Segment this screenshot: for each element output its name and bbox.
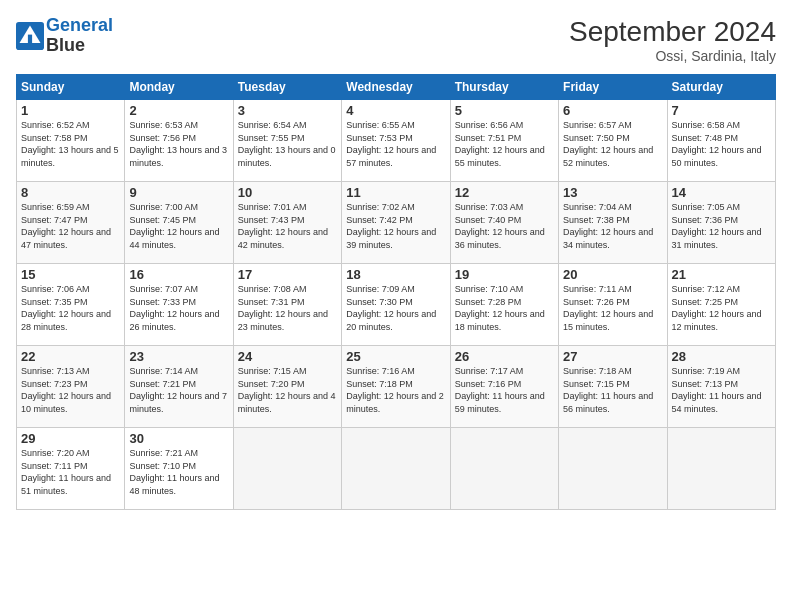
day-number: 27 [563, 349, 662, 364]
week-row-5: 29Sunrise: 7:20 AMSunset: 7:11 PMDayligh… [17, 428, 776, 510]
day-number: 26 [455, 349, 554, 364]
day-info: Sunrise: 7:21 AMSunset: 7:10 PMDaylight:… [129, 447, 228, 497]
day-number: 4 [346, 103, 445, 118]
logo-icon [16, 22, 44, 50]
day-cell-4: 4Sunrise: 6:55 AMSunset: 7:53 PMDaylight… [342, 100, 450, 182]
day-info: Sunrise: 6:59 AMSunset: 7:47 PMDaylight:… [21, 201, 120, 251]
day-info: Sunrise: 7:14 AMSunset: 7:21 PMDaylight:… [129, 365, 228, 415]
day-info: Sunrise: 6:56 AMSunset: 7:51 PMDaylight:… [455, 119, 554, 169]
day-info: Sunrise: 7:11 AMSunset: 7:26 PMDaylight:… [563, 283, 662, 333]
day-number: 7 [672, 103, 771, 118]
day-info: Sunrise: 7:18 AMSunset: 7:15 PMDaylight:… [563, 365, 662, 415]
day-info: Sunrise: 7:20 AMSunset: 7:11 PMDaylight:… [21, 447, 120, 497]
calendar-header-row: Sunday Monday Tuesday Wednesday Thursday… [17, 75, 776, 100]
location: Ossi, Sardinia, Italy [569, 48, 776, 64]
page: General Blue September 2024 Ossi, Sardin… [0, 0, 792, 612]
col-friday: Friday [559, 75, 667, 100]
empty-cell [450, 428, 558, 510]
day-info: Sunrise: 7:04 AMSunset: 7:38 PMDaylight:… [563, 201, 662, 251]
day-number: 12 [455, 185, 554, 200]
col-monday: Monday [125, 75, 233, 100]
day-number: 3 [238, 103, 337, 118]
day-cell-16: 16Sunrise: 7:07 AMSunset: 7:33 PMDayligh… [125, 264, 233, 346]
col-saturday: Saturday [667, 75, 775, 100]
day-info: Sunrise: 7:05 AMSunset: 7:36 PMDaylight:… [672, 201, 771, 251]
day-cell-28: 28Sunrise: 7:19 AMSunset: 7:13 PMDayligh… [667, 346, 775, 428]
empty-cell [233, 428, 341, 510]
day-cell-26: 26Sunrise: 7:17 AMSunset: 7:16 PMDayligh… [450, 346, 558, 428]
day-number: 17 [238, 267, 337, 282]
logo: General Blue [16, 16, 113, 56]
day-number: 24 [238, 349, 337, 364]
empty-cell [667, 428, 775, 510]
day-info: Sunrise: 6:57 AMSunset: 7:50 PMDaylight:… [563, 119, 662, 169]
day-number: 20 [563, 267, 662, 282]
day-info: Sunrise: 7:13 AMSunset: 7:23 PMDaylight:… [21, 365, 120, 415]
day-cell-7: 7Sunrise: 6:58 AMSunset: 7:48 PMDaylight… [667, 100, 775, 182]
day-number: 13 [563, 185, 662, 200]
logo-line1: General [46, 15, 113, 35]
day-number: 29 [21, 431, 120, 446]
day-info: Sunrise: 7:09 AMSunset: 7:30 PMDaylight:… [346, 283, 445, 333]
day-number: 25 [346, 349, 445, 364]
week-row-4: 22Sunrise: 7:13 AMSunset: 7:23 PMDayligh… [17, 346, 776, 428]
day-cell-6: 6Sunrise: 6:57 AMSunset: 7:50 PMDaylight… [559, 100, 667, 182]
day-info: Sunrise: 7:01 AMSunset: 7:43 PMDaylight:… [238, 201, 337, 251]
day-number: 11 [346, 185, 445, 200]
day-cell-11: 11Sunrise: 7:02 AMSunset: 7:42 PMDayligh… [342, 182, 450, 264]
week-row-3: 15Sunrise: 7:06 AMSunset: 7:35 PMDayligh… [17, 264, 776, 346]
day-cell-21: 21Sunrise: 7:12 AMSunset: 7:25 PMDayligh… [667, 264, 775, 346]
day-info: Sunrise: 7:19 AMSunset: 7:13 PMDaylight:… [672, 365, 771, 415]
day-cell-1: 1Sunrise: 6:52 AMSunset: 7:58 PMDaylight… [17, 100, 125, 182]
day-number: 18 [346, 267, 445, 282]
day-number: 8 [21, 185, 120, 200]
day-number: 2 [129, 103, 228, 118]
day-cell-30: 30Sunrise: 7:21 AMSunset: 7:10 PMDayligh… [125, 428, 233, 510]
day-cell-12: 12Sunrise: 7:03 AMSunset: 7:40 PMDayligh… [450, 182, 558, 264]
empty-cell [342, 428, 450, 510]
svg-rect-2 [28, 34, 32, 42]
day-cell-19: 19Sunrise: 7:10 AMSunset: 7:28 PMDayligh… [450, 264, 558, 346]
col-thursday: Thursday [450, 75, 558, 100]
day-cell-9: 9Sunrise: 7:00 AMSunset: 7:45 PMDaylight… [125, 182, 233, 264]
day-cell-24: 24Sunrise: 7:15 AMSunset: 7:20 PMDayligh… [233, 346, 341, 428]
day-info: Sunrise: 6:54 AMSunset: 7:55 PMDaylight:… [238, 119, 337, 169]
day-number: 22 [21, 349, 120, 364]
day-number: 6 [563, 103, 662, 118]
logo-text: General Blue [46, 16, 113, 56]
day-info: Sunrise: 7:08 AMSunset: 7:31 PMDaylight:… [238, 283, 337, 333]
day-cell-5: 5Sunrise: 6:56 AMSunset: 7:51 PMDaylight… [450, 100, 558, 182]
week-row-1: 1Sunrise: 6:52 AMSunset: 7:58 PMDaylight… [17, 100, 776, 182]
day-number: 19 [455, 267, 554, 282]
day-number: 9 [129, 185, 228, 200]
day-info: Sunrise: 6:52 AMSunset: 7:58 PMDaylight:… [21, 119, 120, 169]
day-cell-8: 8Sunrise: 6:59 AMSunset: 7:47 PMDaylight… [17, 182, 125, 264]
day-number: 16 [129, 267, 228, 282]
day-number: 15 [21, 267, 120, 282]
day-number: 14 [672, 185, 771, 200]
day-cell-13: 13Sunrise: 7:04 AMSunset: 7:38 PMDayligh… [559, 182, 667, 264]
day-info: Sunrise: 7:12 AMSunset: 7:25 PMDaylight:… [672, 283, 771, 333]
day-info: Sunrise: 7:17 AMSunset: 7:16 PMDaylight:… [455, 365, 554, 415]
day-cell-3: 3Sunrise: 6:54 AMSunset: 7:55 PMDaylight… [233, 100, 341, 182]
day-cell-25: 25Sunrise: 7:16 AMSunset: 7:18 PMDayligh… [342, 346, 450, 428]
day-cell-2: 2Sunrise: 6:53 AMSunset: 7:56 PMDaylight… [125, 100, 233, 182]
day-number: 28 [672, 349, 771, 364]
day-cell-14: 14Sunrise: 7:05 AMSunset: 7:36 PMDayligh… [667, 182, 775, 264]
logo-line2: Blue [46, 35, 85, 55]
title-block: September 2024 Ossi, Sardinia, Italy [569, 16, 776, 64]
day-cell-27: 27Sunrise: 7:18 AMSunset: 7:15 PMDayligh… [559, 346, 667, 428]
day-info: Sunrise: 6:58 AMSunset: 7:48 PMDaylight:… [672, 119, 771, 169]
day-cell-23: 23Sunrise: 7:14 AMSunset: 7:21 PMDayligh… [125, 346, 233, 428]
day-info: Sunrise: 7:07 AMSunset: 7:33 PMDaylight:… [129, 283, 228, 333]
calendar: Sunday Monday Tuesday Wednesday Thursday… [16, 74, 776, 510]
day-number: 1 [21, 103, 120, 118]
col-sunday: Sunday [17, 75, 125, 100]
day-number: 23 [129, 349, 228, 364]
day-cell-20: 20Sunrise: 7:11 AMSunset: 7:26 PMDayligh… [559, 264, 667, 346]
col-tuesday: Tuesday [233, 75, 341, 100]
day-number: 10 [238, 185, 337, 200]
day-info: Sunrise: 7:06 AMSunset: 7:35 PMDaylight:… [21, 283, 120, 333]
day-cell-17: 17Sunrise: 7:08 AMSunset: 7:31 PMDayligh… [233, 264, 341, 346]
day-info: Sunrise: 7:15 AMSunset: 7:20 PMDaylight:… [238, 365, 337, 415]
